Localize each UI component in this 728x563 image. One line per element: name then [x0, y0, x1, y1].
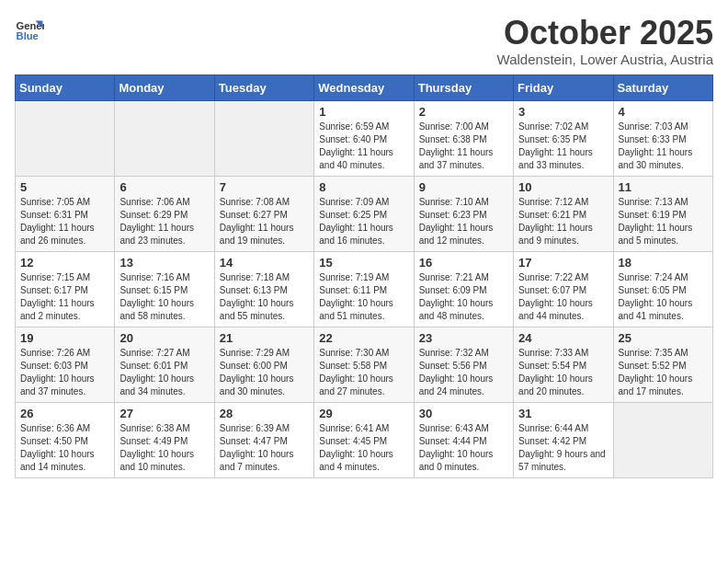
calendar-header-cell: Monday: [115, 75, 214, 100]
calendar-cell: 22Sunrise: 7:30 AM Sunset: 5:58 PM Dayli…: [314, 327, 414, 402]
day-info: Sunrise: 7:21 AM Sunset: 6:09 PM Dayligh…: [419, 271, 508, 323]
day-number: 18: [619, 256, 708, 270]
calendar-header-cell: Friday: [514, 75, 613, 100]
day-number: 7: [220, 180, 309, 194]
calendar-cell: 5Sunrise: 7:05 AM Sunset: 6:31 PM Daylig…: [16, 176, 115, 251]
logo: General Blue: [15, 15, 44, 44]
calendar-cell: 11Sunrise: 7:13 AM Sunset: 6:19 PM Dayli…: [613, 176, 712, 251]
calendar-cell: 30Sunrise: 6:43 AM Sunset: 4:44 PM Dayli…: [414, 402, 513, 477]
calendar-cell: 27Sunrise: 6:38 AM Sunset: 4:49 PM Dayli…: [115, 402, 214, 477]
calendar-cell: 1Sunrise: 6:59 AM Sunset: 6:40 PM Daylig…: [314, 100, 414, 176]
calendar-week-row: 12Sunrise: 7:15 AM Sunset: 6:17 PM Dayli…: [16, 251, 713, 327]
day-info: Sunrise: 7:02 AM Sunset: 6:35 PM Dayligh…: [518, 121, 608, 172]
day-number: 11: [619, 180, 708, 194]
calendar-cell: 21Sunrise: 7:29 AM Sunset: 6:00 PM Dayli…: [214, 327, 313, 402]
day-info: Sunrise: 7:16 AM Sunset: 6:15 PM Dayligh…: [119, 271, 209, 323]
day-number: 20: [119, 331, 209, 345]
calendar-header-cell: Tuesday: [214, 75, 313, 100]
day-info: Sunrise: 7:09 AM Sunset: 6:25 PM Dayligh…: [319, 196, 408, 247]
day-number: 29: [319, 407, 408, 420]
day-info: Sunrise: 6:44 AM Sunset: 4:42 PM Dayligh…: [518, 422, 608, 474]
calendar-header-row: SundayMondayTuesdayWednesdayThursdayFrid…: [16, 75, 713, 100]
calendar-cell: 2Sunrise: 7:00 AM Sunset: 6:38 PM Daylig…: [414, 100, 513, 176]
calendar-cell: 26Sunrise: 6:36 AM Sunset: 4:50 PM Dayli…: [16, 402, 115, 477]
day-number: 25: [619, 331, 708, 345]
day-info: Sunrise: 6:36 AM Sunset: 4:50 PM Dayligh…: [20, 422, 109, 474]
calendar-header-cell: Wednesday: [314, 75, 414, 100]
calendar-week-row: 1Sunrise: 6:59 AM Sunset: 6:40 PM Daylig…: [16, 100, 713, 176]
calendar-cell: 31Sunrise: 6:44 AM Sunset: 4:42 PM Dayli…: [514, 402, 613, 477]
day-number: 31: [518, 407, 608, 420]
calendar-cell: 13Sunrise: 7:16 AM Sunset: 6:15 PM Dayli…: [115, 251, 214, 327]
day-number: 4: [619, 105, 708, 119]
day-info: Sunrise: 7:32 AM Sunset: 5:56 PM Dayligh…: [419, 347, 508, 398]
calendar-week-row: 5Sunrise: 7:05 AM Sunset: 6:31 PM Daylig…: [16, 176, 713, 251]
day-info: Sunrise: 7:13 AM Sunset: 6:19 PM Dayligh…: [619, 196, 708, 247]
page-header: General Blue October 2025 Waldenstein, L…: [15, 15, 713, 67]
calendar-cell: 14Sunrise: 7:18 AM Sunset: 6:13 PM Dayli…: [214, 251, 313, 327]
calendar-cell: 10Sunrise: 7:12 AM Sunset: 6:21 PM Dayli…: [514, 176, 613, 251]
calendar-cell: 20Sunrise: 7:27 AM Sunset: 6:01 PM Dayli…: [115, 327, 214, 402]
day-info: Sunrise: 7:27 AM Sunset: 6:01 PM Dayligh…: [119, 347, 209, 398]
day-info: Sunrise: 7:30 AM Sunset: 5:58 PM Dayligh…: [319, 347, 408, 398]
day-info: Sunrise: 7:24 AM Sunset: 6:05 PM Dayligh…: [619, 271, 708, 323]
calendar-cell: 8Sunrise: 7:09 AM Sunset: 6:25 PM Daylig…: [314, 176, 414, 251]
day-number: 1: [319, 105, 408, 119]
svg-text:Blue: Blue: [17, 30, 39, 41]
day-info: Sunrise: 7:00 AM Sunset: 6:38 PM Dayligh…: [419, 121, 508, 172]
calendar-cell: 28Sunrise: 6:39 AM Sunset: 4:47 PM Dayli…: [214, 402, 313, 477]
day-number: 13: [119, 256, 209, 270]
calendar-cell: [16, 100, 115, 176]
calendar-cell: 12Sunrise: 7:15 AM Sunset: 6:17 PM Dayli…: [16, 251, 115, 327]
day-info: Sunrise: 7:19 AM Sunset: 6:11 PM Dayligh…: [319, 271, 408, 323]
day-info: Sunrise: 7:12 AM Sunset: 6:21 PM Dayligh…: [518, 196, 608, 247]
calendar-cell: 6Sunrise: 7:06 AM Sunset: 6:29 PM Daylig…: [115, 176, 214, 251]
day-info: Sunrise: 6:41 AM Sunset: 4:45 PM Dayligh…: [319, 422, 408, 474]
day-number: 9: [419, 180, 508, 194]
logo-icon: General Blue: [15, 15, 44, 44]
day-number: 8: [319, 180, 408, 194]
calendar-cell: 18Sunrise: 7:24 AM Sunset: 6:05 PM Dayli…: [613, 251, 712, 327]
calendar-cell: 19Sunrise: 7:26 AM Sunset: 6:03 PM Dayli…: [16, 327, 115, 402]
month-title: October 2025: [497, 15, 713, 52]
day-number: 19: [20, 331, 109, 345]
calendar-cell: 3Sunrise: 7:02 AM Sunset: 6:35 PM Daylig…: [514, 100, 613, 176]
day-number: 22: [319, 331, 408, 345]
calendar-cell: 15Sunrise: 7:19 AM Sunset: 6:11 PM Dayli…: [314, 251, 414, 327]
calendar-header-cell: Thursday: [414, 75, 513, 100]
title-block: October 2025 Waldenstein, Lower Austria,…: [497, 15, 713, 67]
calendar-cell: 25Sunrise: 7:35 AM Sunset: 5:52 PM Dayli…: [613, 327, 712, 402]
day-number: 10: [518, 180, 608, 194]
day-number: 26: [20, 407, 109, 420]
calendar-cell: 16Sunrise: 7:21 AM Sunset: 6:09 PM Dayli…: [414, 251, 513, 327]
day-number: 12: [20, 256, 109, 270]
day-number: 27: [119, 407, 209, 420]
calendar-header-cell: Saturday: [613, 75, 712, 100]
day-number: 30: [419, 407, 508, 420]
day-number: 21: [220, 331, 309, 345]
day-number: 28: [220, 407, 309, 420]
calendar-cell: [214, 100, 313, 176]
day-info: Sunrise: 6:39 AM Sunset: 4:47 PM Dayligh…: [220, 422, 309, 474]
day-info: Sunrise: 7:05 AM Sunset: 6:31 PM Dayligh…: [20, 196, 109, 247]
day-info: Sunrise: 7:35 AM Sunset: 5:52 PM Dayligh…: [619, 347, 708, 398]
calendar-table: SundayMondayTuesdayWednesdayThursdayFrid…: [15, 75, 713, 478]
calendar-cell: 17Sunrise: 7:22 AM Sunset: 6:07 PM Dayli…: [514, 251, 613, 327]
day-number: 6: [119, 180, 209, 194]
day-info: Sunrise: 7:26 AM Sunset: 6:03 PM Dayligh…: [20, 347, 109, 398]
day-number: 15: [319, 256, 408, 270]
day-info: Sunrise: 7:03 AM Sunset: 6:33 PM Dayligh…: [619, 121, 708, 172]
day-info: Sunrise: 7:08 AM Sunset: 6:27 PM Dayligh…: [220, 196, 309, 247]
day-info: Sunrise: 6:38 AM Sunset: 4:49 PM Dayligh…: [119, 422, 209, 474]
calendar-week-row: 26Sunrise: 6:36 AM Sunset: 4:50 PM Dayli…: [16, 402, 713, 477]
location-subtitle: Waldenstein, Lower Austria, Austria: [497, 52, 713, 67]
day-info: Sunrise: 6:59 AM Sunset: 6:40 PM Dayligh…: [319, 121, 408, 172]
day-info: Sunrise: 7:10 AM Sunset: 6:23 PM Dayligh…: [419, 196, 508, 247]
day-number: 16: [419, 256, 508, 270]
calendar-body: 1Sunrise: 6:59 AM Sunset: 6:40 PM Daylig…: [16, 100, 713, 477]
day-info: Sunrise: 6:43 AM Sunset: 4:44 PM Dayligh…: [419, 422, 508, 474]
day-info: Sunrise: 7:18 AM Sunset: 6:13 PM Dayligh…: [220, 271, 309, 323]
day-info: Sunrise: 7:29 AM Sunset: 6:00 PM Dayligh…: [220, 347, 309, 398]
calendar-cell: 7Sunrise: 7:08 AM Sunset: 6:27 PM Daylig…: [214, 176, 313, 251]
calendar-cell: 23Sunrise: 7:32 AM Sunset: 5:56 PM Dayli…: [414, 327, 513, 402]
